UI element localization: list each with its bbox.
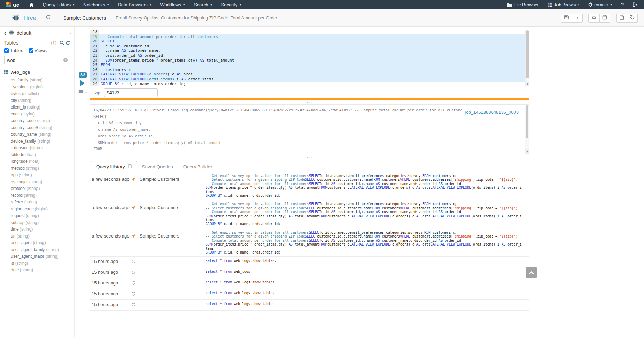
history-row[interactable]: 15 hours agoselect * from web_logs;show …: [90, 257, 529, 267]
token: AS: [502, 186, 506, 190]
token: ords: [420, 242, 430, 246]
history-row[interactable]: 15 hours agoselect * from web_logs;: [90, 267, 529, 278]
column-item[interactable]: id (string): [11, 260, 74, 267]
token: customers c;: [430, 202, 457, 206]
schedule-button[interactable]: [600, 14, 610, 23]
tab-saved-queries[interactable]: Saved Queries: [137, 161, 178, 172]
back-icon[interactable]: ‹: [4, 31, 6, 35]
column-item[interactable]: country_code3 (string): [11, 125, 74, 131]
column-item[interactable]: referer (string): [11, 199, 74, 206]
save-button[interactable]: [561, 14, 572, 23]
menu-notebooks[interactable]: Notebooks▾: [79, 0, 113, 9]
variable-zip-input[interactable]: [104, 88, 158, 97]
new-document-button[interactable]: [616, 14, 627, 23]
column-item[interactable]: _version_ (bigint): [11, 84, 74, 91]
execute-button[interactable]: [80, 80, 85, 86]
file-browser-icon: [507, 3, 512, 7]
column-item[interactable]: request (string): [11, 212, 74, 219]
column-item[interactable]: record (string): [11, 192, 74, 199]
search-icon[interactable]: [60, 41, 64, 45]
menu-security[interactable]: Security▾: [216, 0, 246, 9]
query-line: -- Compute total amount per order for al…: [206, 182, 522, 186]
history-query-text: select * from web_logs;: [206, 270, 529, 276]
token: (c.orders) o: [390, 242, 416, 246]
database-name[interactable]: default: [17, 30, 31, 36]
resize-handle-top[interactable]: •••: [90, 101, 529, 104]
user-menu[interactable]: romain ▾: [584, 0, 617, 9]
token: from: [224, 280, 232, 284]
table-search-input[interactable]: [4, 56, 70, 64]
column-item[interactable]: os_major (string): [11, 179, 74, 186]
menu-query-editors[interactable]: Query Editors▾: [39, 0, 79, 9]
column-item[interactable]: latitude (float): [11, 152, 74, 159]
views-checkbox-input[interactable]: [29, 48, 33, 53]
scroll-to-top-button[interactable]: [526, 267, 537, 278]
column-item[interactable]: method (string): [11, 165, 74, 172]
column-item[interactable]: user_agent (string): [11, 240, 74, 247]
history-row[interactable]: a few seconds agoSample: Customers-- Get…: [90, 172, 529, 200]
history-row[interactable]: 15 hours agoselect * from web_logs;show …: [90, 278, 529, 289]
scrollbar-thumb[interactable]: [526, 30, 529, 78]
menu-search[interactable]: Search▾: [189, 0, 216, 9]
column-item[interactable]: code (tinyint): [11, 111, 74, 118]
job-browser-link[interactable]: Job Browser: [543, 0, 584, 9]
column-item[interactable]: country_code (string): [11, 118, 74, 125]
tab-query-history[interactable]: Query History: [91, 161, 137, 172]
documentation-button[interactable]: ▾: [78, 89, 87, 95]
filter-tables-checkbox[interactable]: Tables: [4, 48, 23, 53]
column-item[interactable]: subapp (string): [11, 219, 74, 226]
log-scrollbar[interactable]: ▾: [525, 105, 529, 154]
scroll-down-arrow-icon[interactable]: ▾: [526, 82, 529, 86]
editor-scrollbar[interactable]: ▾: [525, 30, 529, 86]
column-item[interactable]: user_agent_family (string): [11, 247, 74, 254]
menu-data-browsers[interactable]: Data Browsers▾: [113, 0, 156, 9]
clear-search-icon[interactable]: ✕: [63, 58, 68, 62]
column-item[interactable]: bytes (smallint): [11, 90, 74, 97]
column-item[interactable]: protocol (string): [11, 185, 74, 192]
column-item[interactable]: client_ip (string): [11, 104, 74, 111]
column-item[interactable]: extension (string): [11, 145, 74, 152]
tables-checkbox-input[interactable]: [4, 48, 9, 53]
tab-query-builder[interactable]: Query Builder: [178, 161, 217, 172]
tags-button[interactable]: [627, 14, 638, 23]
column-item[interactable]: country_name (string): [11, 131, 74, 138]
history-row[interactable]: a few seconds agoSample: Customers-- Get…: [90, 228, 529, 257]
settings-button[interactable]: [588, 14, 600, 23]
column-item[interactable]: date (string): [11, 267, 74, 274]
editor-code[interactable]: -- Compute total amount per order for al…: [99, 30, 525, 86]
home-button[interactable]: [24, 0, 39, 9]
table-item-web-logs[interactable]: web_logs: [0, 68, 74, 76]
collapse-sidebar-icon[interactable]: ‹: [70, 30, 72, 36]
scroll-down-arrow-icon[interactable]: ▾: [525, 149, 529, 154]
menu-workflows[interactable]: Workflows▾: [156, 0, 189, 9]
history-row[interactable]: 15 hours agoselect * from web_logs;show …: [90, 300, 529, 311]
code-line: LATERAL VIEW EXPLODE(c.orders) o AS ords: [99, 72, 525, 77]
history-row[interactable]: 15 hours agoselect * from web_logs;show …: [90, 289, 529, 300]
column-item[interactable]: longitude (float): [11, 158, 74, 165]
column-item[interactable]: app (string): [11, 172, 74, 179]
table-search-row: ✕: [0, 56, 74, 68]
filter-views-checkbox[interactable]: Views: [29, 48, 47, 53]
column-item[interactable]: time (string): [11, 226, 74, 233]
column-item[interactable]: device_family (string): [11, 138, 74, 145]
file-browser-link[interactable]: File Browser: [503, 0, 543, 9]
column-item[interactable]: user_agent_major (string): [11, 253, 74, 260]
job-link[interactable]: job_1461888648136_0003: [465, 110, 519, 115]
column-item[interactable]: os_family (string): [11, 77, 74, 84]
history-row[interactable]: a few seconds agoSample: Customers-- Get…: [90, 200, 529, 228]
scrollbar-thumb[interactable]: [526, 105, 528, 138]
clipboard-icon[interactable]: [128, 164, 132, 169]
token: from: [224, 259, 232, 263]
token: order_id,: [443, 182, 463, 186]
column-item[interactable]: region_code (bigint): [11, 206, 74, 213]
brand-text: ue: [13, 2, 19, 8]
refresh-icon[interactable]: [66, 41, 70, 45]
column-item[interactable]: url (string): [11, 233, 74, 240]
logout-button[interactable]: [628, 0, 642, 9]
resize-handle-bottom[interactable]: •••: [90, 156, 529, 159]
help-button[interactable]: ?: [617, 0, 628, 9]
hue-logo[interactable]: ue: [0, 0, 24, 9]
column-item[interactable]: city (string): [11, 97, 74, 104]
query-history-button[interactable]: [46, 15, 51, 21]
save-options-button[interactable]: ▾: [572, 14, 583, 23]
